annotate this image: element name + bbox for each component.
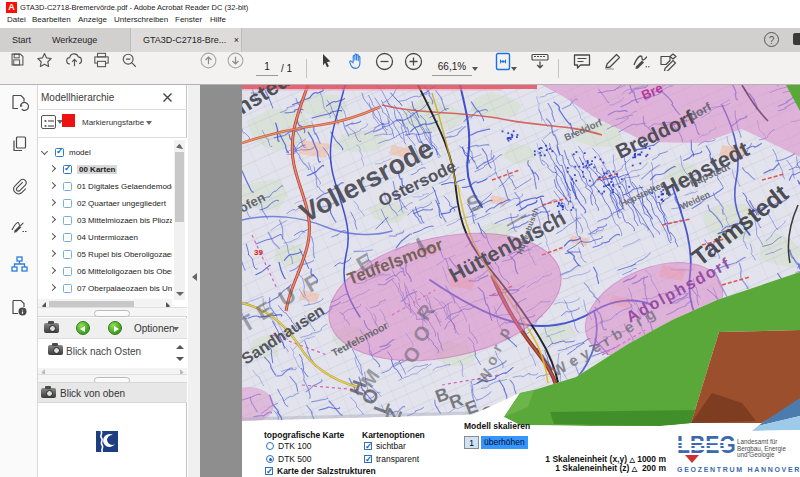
svg-text:39: 39 [254,248,263,257]
